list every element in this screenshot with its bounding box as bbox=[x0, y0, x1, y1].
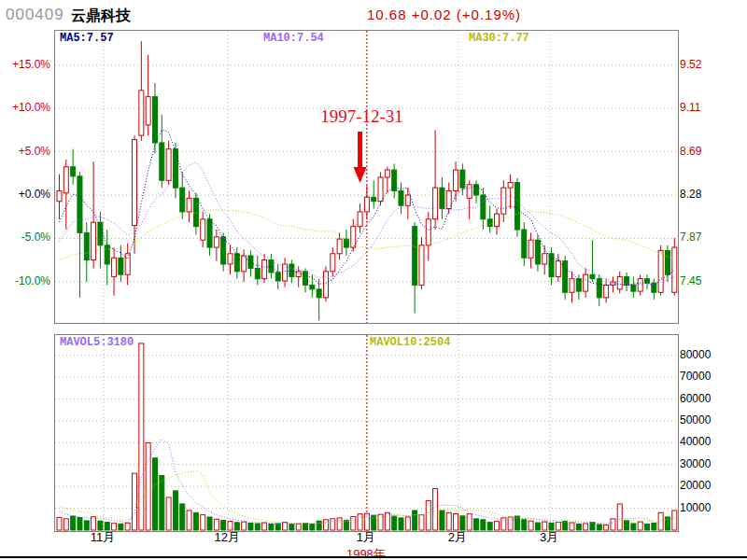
candle-body bbox=[631, 285, 636, 291]
stock-chart-page: 000409 云鼎科技 10.68 +0.02 (+0.19%) CFi.CN … bbox=[0, 0, 747, 560]
candle-body bbox=[180, 188, 185, 212]
candle-body bbox=[323, 272, 328, 298]
volume-bar bbox=[125, 523, 130, 530]
volume-bar bbox=[652, 524, 656, 530]
volume-bar bbox=[378, 514, 383, 530]
volume-bar bbox=[112, 524, 117, 530]
volume-bar bbox=[672, 511, 677, 530]
volume-bar bbox=[262, 523, 267, 530]
volume-bar bbox=[84, 521, 89, 530]
candle-body bbox=[105, 245, 109, 264]
volume-bar bbox=[399, 518, 403, 530]
candle-body bbox=[71, 167, 76, 176]
ma10-legend: MA10:7.54 bbox=[263, 32, 324, 45]
volume-bar bbox=[201, 515, 205, 530]
candle-body bbox=[221, 237, 226, 264]
volume-chart-pane bbox=[54, 334, 679, 532]
volume-bar bbox=[317, 521, 321, 530]
candle-body bbox=[385, 170, 389, 177]
volume-bar bbox=[617, 504, 622, 530]
month-tick: 11月 bbox=[75, 531, 131, 544]
candle-body bbox=[535, 240, 540, 264]
candle-body bbox=[296, 272, 301, 277]
candle-body bbox=[665, 250, 669, 274]
candle-body bbox=[494, 214, 499, 226]
price-pct-tick: +5.0% bbox=[2, 145, 50, 158]
candle-body bbox=[133, 140, 137, 226]
volume-bar bbox=[508, 517, 513, 530]
candle-body bbox=[590, 274, 595, 278]
candle-body bbox=[529, 240, 533, 258]
volume-bar bbox=[529, 521, 533, 530]
price-pct-tick: -5.0% bbox=[2, 231, 50, 244]
volume-bar bbox=[556, 523, 560, 530]
volume-bar bbox=[631, 524, 636, 530]
volume-bar bbox=[242, 522, 247, 530]
candle-body bbox=[358, 212, 362, 227]
candle-body bbox=[508, 183, 513, 189]
candle-body bbox=[207, 219, 212, 247]
candle-body bbox=[617, 276, 622, 288]
volume-bar bbox=[344, 521, 348, 530]
candle-body bbox=[262, 260, 267, 279]
volume-bar bbox=[289, 525, 294, 530]
candle-body bbox=[78, 176, 82, 233]
candle-body bbox=[248, 256, 253, 268]
volume-tick: 60000 bbox=[680, 392, 711, 405]
volume-bar bbox=[405, 517, 410, 530]
volume-bar bbox=[207, 517, 212, 530]
volume-bar bbox=[98, 521, 103, 530]
volume-bar bbox=[133, 473, 137, 530]
candle-body bbox=[364, 197, 369, 212]
price-pct-tick: -10.0% bbox=[2, 274, 50, 287]
candle-body bbox=[331, 254, 335, 272]
candle-body bbox=[522, 230, 527, 258]
volume-bar bbox=[638, 522, 642, 530]
candle-body bbox=[255, 268, 260, 278]
volume-bar bbox=[576, 524, 581, 530]
month-tick: 1月 bbox=[338, 531, 394, 544]
price-chart-pane bbox=[54, 30, 679, 324]
volume-bar bbox=[584, 524, 588, 530]
candle-body bbox=[310, 285, 315, 288]
candle-body bbox=[604, 285, 609, 297]
ma5-legend: MA5:7.57 bbox=[60, 32, 114, 45]
candle-body bbox=[467, 185, 472, 199]
volume-tick: 30000 bbox=[680, 457, 711, 470]
stock-name: 云鼎科技 bbox=[71, 7, 131, 26]
month-tick: 12月 bbox=[199, 531, 255, 544]
price-value-tick: 8.28 bbox=[680, 188, 701, 201]
candle-body bbox=[570, 279, 574, 293]
volume-bar bbox=[269, 524, 274, 530]
ma30-legend: MA30:7.77 bbox=[469, 32, 529, 45]
volume-chart-svg bbox=[55, 335, 678, 531]
candle-body bbox=[413, 227, 417, 286]
candle-body bbox=[344, 239, 348, 247]
candle-body bbox=[160, 143, 164, 180]
candle-body bbox=[433, 188, 438, 219]
candle-body bbox=[234, 254, 239, 272]
price-value-tick: 8.69 bbox=[680, 145, 701, 158]
stock-code: 000409 bbox=[6, 6, 64, 24]
volume-bar bbox=[303, 524, 308, 530]
volume-bar bbox=[310, 524, 315, 530]
volume-bar bbox=[514, 516, 519, 530]
volume-tick: 80000 bbox=[680, 348, 711, 361]
volume-bar bbox=[180, 504, 185, 530]
volume-bar bbox=[173, 491, 177, 530]
price-value-tick: 7.87 bbox=[680, 231, 701, 244]
candle-body bbox=[487, 219, 492, 227]
volume-bar bbox=[522, 520, 527, 530]
volume-bar bbox=[413, 511, 417, 530]
candle-body bbox=[658, 250, 663, 292]
volume-bar bbox=[160, 476, 164, 531]
candle-body bbox=[460, 170, 465, 188]
candle-body bbox=[481, 195, 486, 219]
price-value-tick: 7.45 bbox=[680, 274, 701, 287]
volume-bar bbox=[228, 522, 233, 530]
volume-tick: 20000 bbox=[680, 479, 711, 492]
volume-bar bbox=[604, 525, 609, 530]
volume-bar bbox=[331, 519, 335, 530]
candle-body bbox=[584, 274, 588, 291]
volume-bar bbox=[296, 524, 301, 530]
